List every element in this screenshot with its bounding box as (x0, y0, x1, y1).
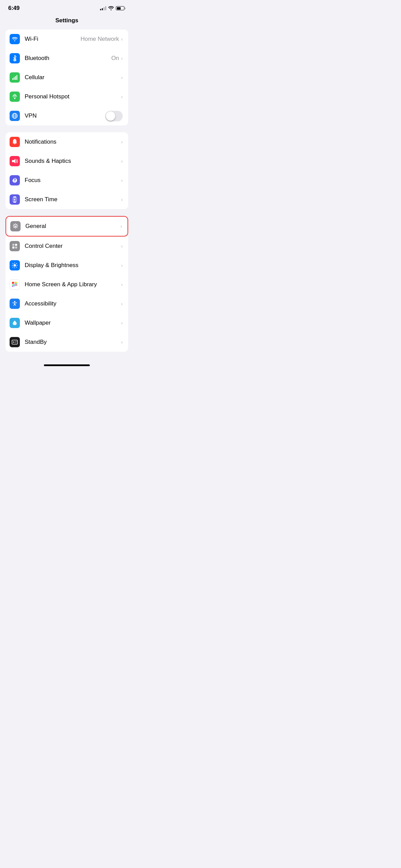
wifi-row[interactable]: Wi-Fi Home Network › (5, 29, 128, 49)
svg-rect-36 (13, 286, 14, 287)
display-brightness-row[interactable]: Display & Brightness › (5, 256, 128, 275)
wallpaper-icon (10, 318, 20, 328)
svg-rect-16 (15, 244, 17, 246)
svg-point-43 (13, 341, 14, 343)
bluetooth-icon-inner (11, 55, 18, 62)
svg-rect-34 (16, 285, 17, 286)
accessibility-chevron: › (121, 301, 123, 306)
wifi-value: Home Network (81, 36, 119, 43)
svg-rect-31 (12, 285, 13, 286)
cellular-row[interactable]: Cellular › (5, 68, 128, 87)
screen-time-icon-inner (11, 196, 18, 203)
cellular-chevron: › (121, 75, 123, 80)
general-label: General (25, 223, 120, 230)
hotspot-label: Personal Hotspot (25, 93, 121, 100)
bluetooth-row[interactable]: Bluetooth On › (5, 49, 128, 68)
hotspot-chevron: › (121, 94, 123, 99)
svg-point-19 (14, 264, 16, 267)
svg-rect-0 (12, 78, 13, 80)
page-title: Settings (55, 17, 78, 24)
notifications-icon-inner (11, 138, 18, 145)
cellular-label: Cellular (25, 74, 121, 81)
accessibility-row[interactable]: Accessibility › (5, 294, 128, 313)
vpn-label: VPN (25, 112, 105, 119)
general-icon-inner (12, 223, 19, 230)
wallpaper-row[interactable]: Wallpaper › (5, 313, 128, 333)
standby-row[interactable]: StandBy › (5, 333, 128, 352)
display-brightness-label: Display & Brightness (25, 262, 121, 269)
vpn-toggle[interactable] (105, 111, 123, 121)
vpn-icon (10, 111, 20, 121)
hotspot-row[interactable]: Personal Hotspot › (5, 87, 128, 106)
general-icon (10, 221, 21, 231)
svg-point-39 (14, 301, 15, 302)
wallpaper-chevron: › (121, 320, 123, 326)
control-center-label: Control Center (25, 243, 121, 250)
home-screen-icon (10, 279, 20, 290)
focus-icon (10, 175, 20, 185)
notifications-section: Notifications › Sounds & Haptics › (5, 132, 128, 209)
focus-chevron: › (121, 178, 123, 183)
wallpaper-label: Wallpaper (25, 320, 121, 326)
sounds-row[interactable]: Sounds & Haptics › (5, 152, 128, 171)
notifications-label: Notifications (25, 138, 121, 145)
svg-marker-10 (12, 159, 15, 164)
svg-rect-18 (15, 246, 17, 249)
cellular-icon (10, 72, 20, 83)
svg-rect-44 (15, 341, 17, 342)
vpn-icon-inner (11, 112, 18, 119)
svg-line-24 (13, 263, 13, 264)
svg-line-25 (16, 267, 17, 267)
accessibility-icon-inner (11, 300, 18, 307)
screen-time-chevron: › (121, 197, 123, 202)
status-time: 6:49 (8, 5, 20, 12)
display-icon-inner (11, 262, 18, 269)
display-brightness-chevron: › (121, 263, 123, 268)
home-screen-chevron: › (121, 282, 123, 287)
svg-point-7 (14, 113, 16, 119)
svg-point-14 (15, 226, 16, 227)
display-icon (10, 260, 20, 270)
svg-rect-33 (15, 285, 16, 286)
svg-rect-28 (12, 282, 14, 284)
focus-row[interactable]: Focus › (5, 171, 128, 190)
svg-rect-1 (14, 77, 15, 80)
cellular-icon-inner (11, 74, 18, 81)
screen-time-icon (10, 194, 20, 205)
svg-rect-15 (12, 244, 14, 246)
sounds-chevron: › (121, 158, 123, 164)
svg-rect-13 (13, 202, 16, 203)
screen-time-label: Screen Time (25, 196, 121, 203)
notifications-row[interactable]: Notifications › (5, 132, 128, 152)
standby-chevron: › (121, 339, 123, 345)
bluetooth-label: Bluetooth (25, 55, 111, 62)
home-screen-row[interactable]: Home Screen & App Library › (5, 275, 128, 294)
home-screen-icon-inner (11, 281, 18, 288)
focus-label: Focus (25, 177, 121, 184)
svg-point-6 (12, 113, 17, 119)
notifications-icon (10, 137, 20, 147)
general-row[interactable]: General › (6, 217, 127, 236)
bluetooth-chevron: › (121, 56, 123, 61)
home-indicator-area (0, 359, 134, 369)
hotspot-icon-inner (11, 93, 18, 100)
svg-rect-12 (13, 196, 16, 197)
control-center-row[interactable]: Control Center › (5, 237, 128, 256)
screen-time-row[interactable]: Screen Time › (5, 190, 128, 209)
display-section: Control Center › Display & Brightness › (5, 237, 128, 352)
wifi-label: Wi-Fi (25, 36, 81, 43)
svg-rect-29 (15, 282, 16, 283)
status-bar: 6:49 (0, 0, 134, 14)
vpn-row[interactable]: VPN (5, 106, 128, 125)
svg-line-26 (16, 263, 17, 264)
notifications-chevron: › (121, 139, 123, 145)
sounds-icon-inner (11, 158, 18, 165)
control-center-icon-inner (11, 243, 18, 250)
svg-rect-3 (16, 75, 17, 80)
control-center-chevron: › (121, 243, 123, 249)
wifi-chevron: › (121, 36, 123, 42)
focus-icon-inner (11, 177, 18, 184)
control-center-icon (10, 241, 20, 251)
sounds-label: Sounds & Haptics (25, 158, 121, 165)
svg-point-41 (15, 322, 16, 323)
